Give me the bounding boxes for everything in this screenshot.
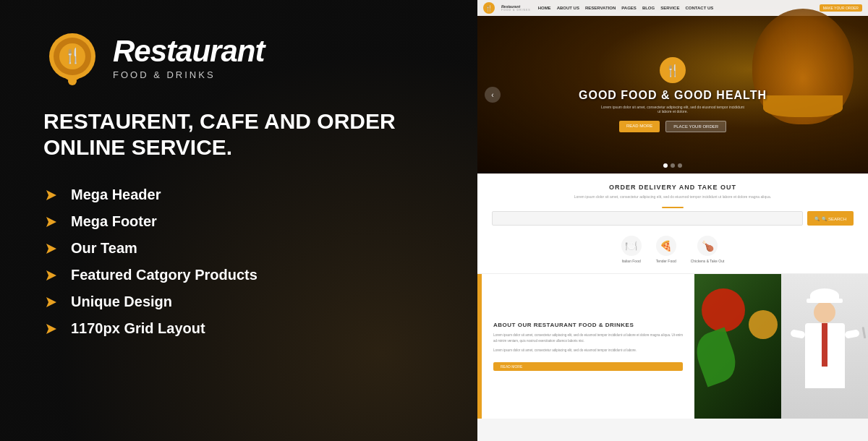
food-category-item[interactable]: 🍗 Chickens & Take Out [691,236,725,263]
order-search-button[interactable]: 🔍 🔍 SEARCH [807,211,854,226]
about-veggies-image [694,274,781,419]
svg-marker-8 [46,270,56,281]
order-title: ORDER DELIVERY AND TAKE OUT [492,184,854,191]
veg-decoration-3 [694,327,741,388]
food-category-icon: 🍗 [697,236,718,256]
svg-marker-10 [46,324,56,334]
nav-link[interactable]: CONTACT US [685,6,713,10]
feature-label: 1170px Grid Layout [71,320,205,337]
about-left: ABOUT OUR RESTAURANT FOOD & DRINKES Lore… [477,274,694,419]
arrow-icon [43,294,59,310]
nav-link[interactable]: PAGES [621,6,637,10]
right-panel: 🍴 Restaurant FOOD & DRINKS HOME ABOUT US… [477,0,868,441]
arrow-icon [43,321,59,337]
about-read-more-button[interactable]: READ MORE [493,362,683,371]
food-category-label: Italian Food [622,259,641,263]
hero-dot[interactable] [671,163,675,168]
list-item: Unique Design [43,294,258,310]
nav-link[interactable]: ABOUT US [557,6,579,10]
hero-buttons: READ MORE PLACE YOUR ORDER [619,121,726,132]
list-item: Featured Catgory Products [43,267,258,283]
food-category-icon: 🍕 [656,236,676,256]
tagline: RESTAURENT, CAFE AND ORDER ONLINE SERVIC… [43,108,420,160]
hero-subtitle: Lorem ipsum dolor sit amet, consectetur … [600,105,745,114]
feature-label: Mega Footer [71,213,157,230]
list-item: Our Team [43,240,258,257]
food-categories: 🍽️ Italian Food 🍕 Tender Food 🍗 Chickens… [492,236,854,263]
svg-text:🍴: 🍴 [64,47,82,64]
nav-link[interactable]: BLOG [642,6,655,10]
veg-decoration-1 [702,288,745,332]
feature-label: Featured Catgory Products [71,267,258,283]
svg-marker-7 [46,244,56,254]
preview-hero: 🍴 Restaurant FOOD & DRINKS HOME ABOUT US… [477,0,868,174]
feature-label: Mega Header [71,187,161,203]
chef-arm-left [790,329,805,338]
hero-read-more-button[interactable]: READ MORE [619,121,660,132]
chef-hat [810,288,839,303]
logo-subtitle: FOOD & DRINKS [113,69,264,80]
svg-point-4 [68,77,77,85]
hero-burger-image [752,9,854,124]
nav-links: HOME ABOUT US RESERVATION PAGES BLOG SER… [538,6,714,10]
nav-link[interactable]: HOME [538,6,551,10]
svg-marker-6 [46,217,56,227]
about-section: ABOUT OUR RESTAURANT FOOD & DRINKES Lore… [477,274,868,419]
order-subtitle: Lorem ipsum dolor sit amet, consectetur … [492,194,854,200]
food-category-icon: 🍽️ [621,236,642,256]
hero-order-button[interactable]: PLACE YOUR ORDER [665,121,726,132]
about-orange-bar [477,274,482,419]
svg-marker-5 [46,190,56,200]
logo-title: Restaurant [113,36,264,67]
svg-marker-9 [46,297,56,307]
feature-label: Our Team [71,240,137,257]
search-label: 🔍 SEARCH [822,216,846,221]
order-section: ORDER DELIVERY AND TAKE OUT Lorem ipsum … [477,174,868,274]
nav-link[interactable]: SERVICE [660,6,679,10]
chef-body [805,323,845,388]
nav-logo-small: 🍴 [483,2,495,14]
about-text-2: Lorem ipsum dolor sit amet, consectetur … [493,348,683,354]
left-panel: 🍴 Restaurant FOOD & DRINKS RESTAURENT, C… [0,0,477,441]
chef-figure [792,288,857,419]
nav-cta-button[interactable]: MAKE YOUR ORDER [820,4,862,12]
hero-dot[interactable] [663,163,668,168]
veg-decoration-2 [749,310,778,339]
hero-title: GOOD FOOD & GOOD HEALTH [579,89,767,102]
food-category-item[interactable]: 🍕 Tender Food [656,236,676,263]
hero-dot[interactable] [678,163,682,168]
search-icon: 🔍 [814,216,820,221]
arrow-icon [43,241,59,257]
nav-link[interactable]: RESERVATION [585,6,616,10]
food-category-label: Chickens & Take Out [691,259,725,263]
restaurant-logo-icon: 🍴 [43,29,101,87]
hero-dots [663,163,682,168]
order-search-row: 🔍 🔍 SEARCH [492,211,854,226]
about-title: ABOUT OUR RESTAURANT FOOD & DRINKES [493,322,683,328]
list-item: Mega Footer [43,213,258,230]
order-search-input[interactable] [492,211,803,226]
hero-logo-circle: 🍴 [660,57,686,83]
hero-prev-button[interactable]: ‹ [485,87,501,103]
arrow-icon [43,267,59,283]
arrow-icon [43,214,59,230]
hero-content: ‹ 🍴 GOOD FOOD & GOOD HEALTH Lorem ipsum … [477,16,868,174]
logo-text-block: Restaurant FOOD & DRINKS [113,36,264,80]
list-item: Mega Header [43,187,258,203]
food-category-label: Tender Food [656,259,676,263]
feature-label: Unique Design [71,294,172,310]
about-text-1: Lorem ipsum dolor sit amet, consectetur … [493,333,683,343]
food-category-item[interactable]: 🍽️ Italian Food [621,236,642,263]
logo-area: 🍴 Restaurant FOOD & DRINKS [43,29,264,87]
about-chef-image [781,274,868,419]
feature-list: Mega Header Mega Footer Our Team Feature… [43,187,258,337]
chef-face [814,301,835,323]
chef-arm-right [844,329,859,338]
arrow-icon [43,187,59,203]
list-item: 1170px Grid Layout [43,320,258,337]
